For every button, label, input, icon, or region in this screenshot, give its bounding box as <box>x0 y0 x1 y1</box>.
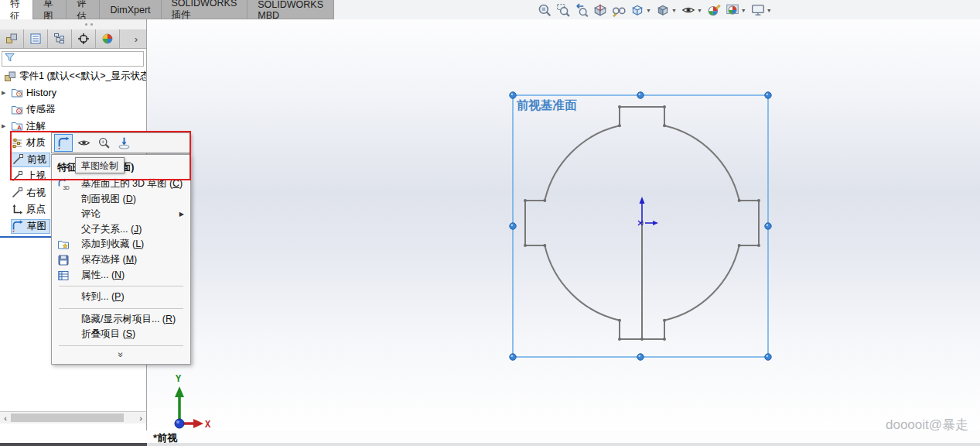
plane-handle[interactable] <box>510 354 516 360</box>
headsup-view-toolbar: ▼▼▼▼▼ <box>535 2 774 19</box>
sketch-vertex[interactable] <box>618 105 621 108</box>
menu-item-添加到收藏[interactable]: 添加到收藏 (L) <box>52 237 190 252</box>
sketch-vertex[interactable] <box>757 244 760 247</box>
sketch-vertex[interactable] <box>524 244 527 247</box>
plane-handle[interactable] <box>510 223 516 229</box>
edit-appearance-button[interactable] <box>705 2 723 19</box>
sketch-vertex[interactable] <box>618 319 621 322</box>
featuremanager-tab[interactable] <box>0 29 24 48</box>
plane-handle[interactable] <box>637 92 644 98</box>
context-hide-show-button[interactable] <box>74 134 93 152</box>
annotations-folder-icon: A <box>11 120 24 132</box>
menu-item-隐藏/显示树项目...[interactable]: 隐藏/显示树项目... (R) <box>52 312 190 328</box>
configurationmanager-tab[interactable] <box>48 29 72 48</box>
panel-splitter[interactable] <box>0 19 146 29</box>
dropdown-arrow-icon[interactable]: ▼ <box>697 8 702 13</box>
expander-arrow-icon[interactable]: ▶ <box>2 90 11 96</box>
dropdown-arrow-icon[interactable]: ▼ <box>671 8 677 13</box>
dropdown-arrow-icon[interactable]: ▼ <box>741 8 746 13</box>
menu-item-折叠项目[interactable]: 折叠项目 (S) <box>52 327 190 342</box>
expand-panel-arrow[interactable]: › <box>126 29 146 48</box>
zoom-to-area-button[interactable] <box>554 2 572 19</box>
sketch-vertex[interactable] <box>618 124 621 127</box>
feature-tree-icon <box>5 33 18 45</box>
sketch-vertex[interactable] <box>757 199 760 202</box>
dynamic-annotation-views-button[interactable] <box>610 2 628 19</box>
panel-horizontal-scrollbar[interactable]: ‹ › <box>0 411 147 424</box>
tree-item-History[interactable]: ▶History <box>0 85 146 102</box>
view-settings-button[interactable]: ▼ <box>749 2 774 19</box>
material-icon <box>11 137 24 149</box>
menu-separator <box>59 308 183 309</box>
sketch-vertex[interactable] <box>663 338 666 341</box>
dimxpertmanager-tab[interactable] <box>72 29 96 48</box>
dropdown-arrow-icon[interactable]: ▼ <box>646 8 651 13</box>
menu-expand-button[interactable]: » <box>52 349 190 362</box>
tab-特征[interactable]: 特征 <box>0 0 33 19</box>
handle-highlight <box>767 355 769 358</box>
plane-icon <box>11 187 23 199</box>
plane-handle[interactable] <box>765 354 771 360</box>
tab-SOLIDWORKS 插件[interactable]: SOLIDWORKS 插件 <box>162 0 248 19</box>
expander-arrow-icon[interactable]: ▶ <box>2 123 11 129</box>
display-manager-icon <box>101 33 114 45</box>
apply-scene-button[interactable]: ▼ <box>723 2 749 19</box>
scroll-right-arrow[interactable]: › <box>135 412 146 424</box>
displaymanager-tab[interactable] <box>96 29 120 48</box>
tree-item-传感器[interactable]: 传感器 <box>0 101 146 118</box>
plane-handle[interactable] <box>765 92 771 98</box>
plane-handle[interactable] <box>637 354 644 360</box>
tab-DimXpert[interactable]: DimXpert <box>100 0 161 19</box>
apply-scene-icon <box>726 3 739 17</box>
menu-item-剖面视图[interactable]: 剖面视图 (D) <box>52 192 190 208</box>
tab-草图[interactable]: 草图 <box>33 0 67 19</box>
context-zoom-to-selection-button[interactable] <box>94 134 113 152</box>
menu-item-父子关系...[interactable]: 父子关系... (J) <box>52 222 190 238</box>
sketch-vertex[interactable] <box>640 338 644 341</box>
tree-item-label: 注解 <box>26 120 46 133</box>
context-sketch-button[interactable] <box>54 134 73 152</box>
sketch-vertex[interactable] <box>543 199 546 202</box>
tree-item-零件1 (默认<<默认>_显示状态[interactable]: 零件1 (默认<<默认>_显示状态 <box>0 68 146 85</box>
plane-boundary[interactable] <box>513 95 768 357</box>
tree-filter-input[interactable] <box>2 51 144 67</box>
dimxpert-icon <box>77 33 90 45</box>
sketch-vertex[interactable] <box>524 199 527 202</box>
sketch-vertex[interactable] <box>738 244 741 247</box>
sketch-3d-icon: 3D <box>57 178 70 190</box>
menu-item-评论[interactable]: 评论▶ <box>52 207 190 222</box>
handle-highlight <box>639 355 641 358</box>
display-style-button[interactable]: ▼ <box>654 2 679 19</box>
tab-SOLIDWORKS MBD[interactable]: SOLIDWORKS MBD <box>248 0 334 19</box>
filter-icon <box>4 52 15 63</box>
menu-item-基准面上的[interactable]: 3D基准面上的 3D 草图 (C) <box>52 177 190 192</box>
sketch-vertex[interactable] <box>663 105 666 108</box>
hide-show-items-button[interactable]: ▼ <box>679 2 705 19</box>
sketch-origin[interactable] <box>638 197 658 225</box>
section-view-button[interactable] <box>591 2 610 19</box>
sketch-vertex[interactable] <box>738 199 741 202</box>
view-orientation-button[interactable]: ▼ <box>628 2 654 19</box>
menu-item-转到...[interactable]: 转到... (P) <box>52 290 190 305</box>
sketch-vertex[interactable] <box>543 244 546 247</box>
zoom-to-fit-button[interactable] <box>535 2 554 19</box>
graphics-area[interactable]: 前视基准面 dooooit@暴走 Y X <box>147 19 980 431</box>
scroll-left-arrow[interactable]: ‹ <box>0 412 11 424</box>
save-icon <box>57 254 70 266</box>
tree-item-label: 前视 <box>27 153 46 166</box>
plane-handle[interactable] <box>510 92 516 98</box>
plane-handle[interactable] <box>765 223 771 229</box>
menu-separator <box>59 286 183 286</box>
scrollbar-thumb[interactable] <box>11 413 124 422</box>
menu-item-保存选择[interactable]: 保存选择 (M) <box>52 252 190 268</box>
tab-评估[interactable]: 评估 <box>67 0 100 19</box>
sketch-vertex[interactable] <box>663 319 666 322</box>
propertymanager-tab[interactable] <box>24 29 48 48</box>
sketch-vertex[interactable] <box>618 338 621 341</box>
previous-view-button[interactable] <box>572 2 591 19</box>
dropdown-arrow-icon[interactable]: ▼ <box>767 8 772 13</box>
menu-item-属性...[interactable]: 属性... (N) <box>52 268 190 283</box>
commandmanager-tabbar: 特征草图评估DimXpertSOLIDWORKS 插件SOLIDWORKS MB… <box>0 0 334 19</box>
context-normal-to-button[interactable] <box>114 134 133 152</box>
sketch-vertex[interactable] <box>663 124 666 127</box>
